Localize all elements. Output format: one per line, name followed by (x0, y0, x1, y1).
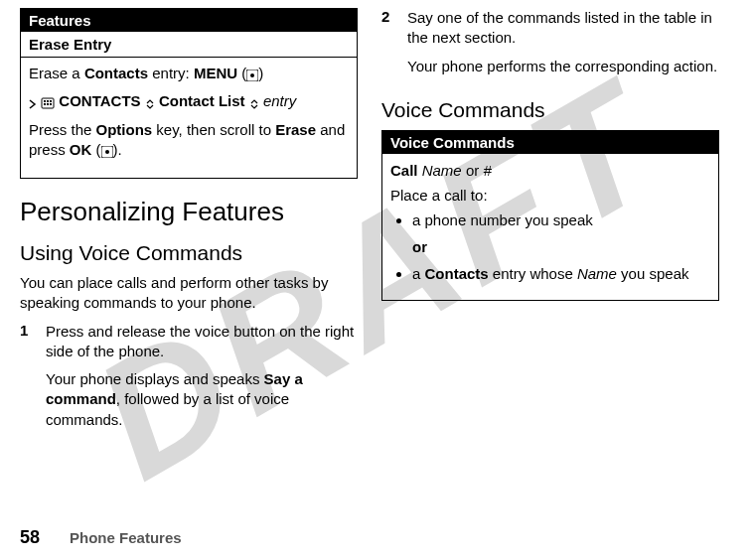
erase-line-1: Erase a Contacts entry: MENU () (29, 64, 349, 83)
right-column: 2 Say one of the commands listed in the … (381, 8, 719, 444)
scroll-icon (249, 99, 259, 109)
txt: Your phone displays and speaks (46, 370, 264, 387)
voice-commands-table: Voice Commands Call Name or # Place a ca… (381, 130, 719, 301)
txt: # (479, 162, 492, 179)
vc-b1: a phone number you speak or (412, 210, 710, 257)
txt: Name (418, 162, 466, 179)
txt: a (412, 265, 425, 282)
scroll-icon (145, 99, 155, 109)
svg-point-1 (250, 73, 254, 77)
txt: Name (577, 265, 617, 282)
erase-line-2: Press the Options key, then scroll to Er… (29, 120, 349, 161)
svg-rect-8 (50, 103, 52, 105)
using-voice-heading: Using Voice Commands (20, 241, 358, 265)
step-number: 1 (20, 322, 32, 438)
step-1: 1 Press and release the voice button on … (20, 322, 358, 438)
vc-or: or (412, 236, 710, 257)
center-key-icon (101, 146, 113, 158)
vc-header: Voice Commands (382, 131, 718, 154)
footer-section-name: Phone Features (70, 529, 182, 546)
intro-paragraph: You can place calls and perform other ta… (20, 273, 358, 314)
txt: you speak (617, 265, 689, 282)
vc-body: Call Name or # Place a call to: a phone … (382, 154, 718, 300)
txt: Press the (29, 121, 96, 138)
txt: entry whose (489, 265, 577, 282)
arrow-right-icon (29, 99, 37, 109)
page-number: 58 (20, 527, 40, 548)
step-text: Say one of the commands listed in the ta… (407, 8, 719, 84)
txt: OK (70, 141, 92, 158)
vc-place: Place a call to: (390, 185, 710, 206)
txt: Call (390, 162, 418, 179)
txt: Erase a (29, 65, 84, 81)
step-2: 2 Say one of the commands listed in the … (381, 8, 719, 84)
txt: Options (96, 121, 153, 138)
features-table: Features Erase Entry Erase a Contacts en… (20, 8, 358, 179)
contacts-app-icon (41, 97, 55, 109)
svg-point-10 (105, 150, 109, 154)
erase-entry-body: Erase a Contacts entry: MENU () CONTACTS… (21, 58, 357, 178)
svg-rect-5 (50, 100, 52, 102)
voice-commands-heading: Voice Commands (381, 98, 719, 122)
txt: entry: (148, 65, 194, 81)
erase-entry-subhead: Erase Entry (21, 32, 357, 58)
svg-rect-6 (44, 103, 46, 105)
step2-p1: Say one of the commands listed in the ta… (407, 8, 719, 49)
center-key-icon (246, 70, 258, 81)
step-text: Press and release the voice button on th… (46, 322, 358, 438)
step1-p1: Press and release the voice button on th… (46, 322, 358, 362)
features-header: Features (21, 9, 357, 32)
step2-p2: Your phone performs the corresponding ac… (407, 57, 719, 76)
step1-p2: Your phone displays and speaks Say a com… (46, 369, 358, 430)
vc-bullets: a phone number you speak or a Contacts e… (390, 210, 710, 284)
svg-rect-7 (47, 103, 49, 105)
txt: Erase (275, 121, 316, 138)
txt: key, then scroll to (152, 121, 275, 138)
step-number: 2 (381, 8, 393, 84)
svg-rect-3 (44, 100, 46, 102)
page-content: Features Erase Entry Erase a Contacts en… (0, 0, 754, 444)
txt: Contacts (425, 265, 489, 282)
txt: or (466, 162, 479, 179)
txt: Contact List (159, 92, 245, 109)
personalizing-heading: Personalizing Features (20, 197, 358, 227)
vc-b2: a Contacts entry whose Name you speak (412, 263, 710, 284)
txt: CONTACTS (59, 92, 140, 109)
txt: MENU (194, 65, 237, 81)
svg-rect-4 (47, 100, 49, 102)
txt: Contacts (84, 65, 148, 81)
left-column: Features Erase Entry Erase a Contacts en… (20, 8, 358, 444)
erase-sequence: CONTACTS Contact List entry (29, 91, 349, 111)
txt: entry (263, 92, 296, 109)
vc-call-line: Call Name or # (390, 160, 710, 181)
txt: a phone number you speak (412, 211, 593, 228)
page-footer: 58 Phone Features (20, 527, 182, 548)
